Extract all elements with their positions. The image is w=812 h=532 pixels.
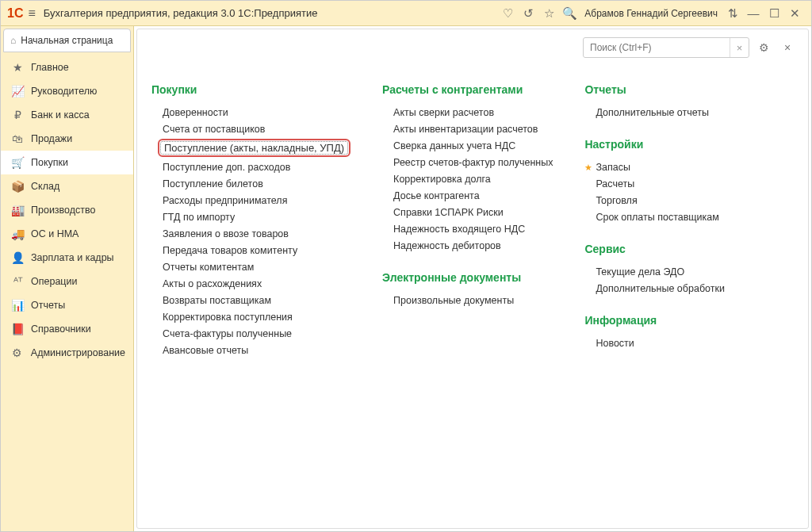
nav-label: Производство bbox=[31, 205, 96, 216]
search-clear-icon[interactable]: × bbox=[730, 38, 749, 57]
tab-home-label: Начальная страница bbox=[21, 35, 113, 46]
nav-icon: 🚚 bbox=[9, 228, 26, 240]
filter-icon[interactable]: ⇅ bbox=[722, 3, 743, 24]
main-panel: × ⚙ × Покупки ДоверенностиСчета от поста… bbox=[136, 29, 809, 529]
menu-link[interactable]: ГТД по импорту bbox=[151, 209, 350, 225]
nav-icon: 🛍 bbox=[9, 132, 26, 145]
menu-link[interactable]: Поступление билетов bbox=[151, 175, 350, 192]
menu-link[interactable]: Авансовые отчеты bbox=[151, 342, 350, 358]
sidebar-item[interactable]: ᴬᵀОперации bbox=[1, 270, 133, 293]
menu-link[interactable]: Дополнительные обработки bbox=[584, 280, 743, 297]
search-icon[interactable]: 🔍 bbox=[559, 3, 580, 24]
nav-label: Операции bbox=[31, 276, 77, 287]
menu-link[interactable]: Корректировка поступления bbox=[151, 308, 350, 325]
menu-link[interactable]: Досье контрагента bbox=[382, 187, 553, 204]
gear-icon[interactable]: ⚙ bbox=[754, 38, 773, 57]
menu-link[interactable]: Надежность дебиторов bbox=[382, 237, 553, 254]
app-title: Бухгалтерия предприятия, редакция 3.0 1С… bbox=[44, 7, 318, 19]
nav-icon: ᴬᵀ bbox=[9, 275, 26, 288]
user-name[interactable]: Абрамов Геннадий Сергеевич bbox=[580, 8, 722, 19]
section-reports: Отчеты Дополнительные отчеты bbox=[584, 83, 743, 121]
nav-label: Главное bbox=[31, 62, 69, 73]
nav-label: Покупки bbox=[31, 157, 68, 168]
nav-label: Склад bbox=[31, 181, 59, 192]
menu-link[interactable]: Новости bbox=[584, 335, 743, 351]
titlebar: 1C ≡ Бухгалтерия предприятия, редакция 3… bbox=[1, 1, 811, 26]
menu-icon[interactable]: ≡ bbox=[28, 6, 35, 21]
sidebar-item[interactable]: 🚚ОС и НМА bbox=[1, 222, 133, 246]
menu-link[interactable]: Отчеты комитентам bbox=[151, 258, 350, 275]
nav-label: Справочники bbox=[31, 323, 91, 335]
sidebar: ⌂ Начальная страница ★Главное📈Руководите… bbox=[1, 26, 134, 531]
nav-icon: 📕 bbox=[9, 323, 26, 335]
nav-label: Продажи bbox=[31, 133, 72, 144]
menu-link[interactable]: Акты о расхождениях bbox=[151, 275, 350, 292]
section-settings: Настройки ЗапасыРасчетыТорговляСрок опла… bbox=[584, 138, 743, 225]
menu-link[interactable]: Заявления о ввозе товаров bbox=[151, 225, 350, 242]
menu-link[interactable]: Возвраты поставщикам bbox=[151, 292, 350, 308]
menu-link[interactable]: Поступление доп. расходов bbox=[151, 159, 350, 175]
nav-icon: ★ bbox=[9, 61, 26, 74]
sidebar-item[interactable]: 🏭Производство bbox=[1, 198, 133, 222]
home-icon: ⌂ bbox=[10, 35, 16, 46]
menu-link[interactable]: Срок оплаты поставщикам bbox=[584, 209, 743, 225]
highlighted-link[interactable]: Поступление (акты, накладные, УПД) bbox=[158, 139, 350, 157]
nav-icon: 📊 bbox=[9, 299, 26, 312]
menu-link[interactable]: Надежность входящего НДС bbox=[382, 220, 553, 237]
nav-label: Банк и касса bbox=[31, 109, 90, 121]
section-edocs: Электронные документы Произвольные докум… bbox=[382, 271, 553, 308]
sidebar-item[interactable]: 📕Справочники bbox=[1, 317, 133, 341]
section-title: Настройки bbox=[584, 138, 743, 151]
sidebar-item[interactable]: ⚙Администрирование bbox=[1, 341, 133, 365]
close-panel-icon[interactable]: × bbox=[778, 38, 797, 57]
menu-link[interactable]: Счета-фактуры полученные bbox=[151, 325, 350, 342]
section-title: Информация bbox=[584, 314, 743, 327]
menu-link[interactable]: Произвольные документы bbox=[382, 292, 553, 308]
search-box[interactable]: × bbox=[583, 37, 749, 58]
section-service: Сервис Текущие дела ЭДОДополнительные об… bbox=[584, 243, 743, 297]
close-window-icon[interactable]: ✕ bbox=[784, 3, 805, 24]
maximize-icon[interactable]: ☐ bbox=[764, 3, 784, 24]
menu-link[interactable]: Реестр счетов-фактур полученных bbox=[382, 154, 553, 170]
menu-link[interactable]: Запасы bbox=[584, 159, 743, 175]
section-title: Отчеты bbox=[584, 83, 743, 96]
menu-link[interactable]: Передача товаров комитенту bbox=[151, 242, 350, 258]
nav-label: Зарплата и кадры bbox=[31, 252, 114, 263]
nav-icon: ₽ bbox=[9, 109, 26, 121]
menu-link[interactable]: Сверка данных учета НДС bbox=[382, 137, 553, 154]
menu-link[interactable]: Корректировка долга bbox=[382, 170, 553, 187]
menu-link[interactable]: Доверенности bbox=[151, 104, 350, 121]
menu-link[interactable]: Торговля bbox=[584, 192, 743, 209]
menu-link[interactable]: Акты сверки расчетов bbox=[382, 104, 553, 121]
history-icon[interactable]: ↺ bbox=[518, 3, 538, 24]
sidebar-item[interactable]: 📊Отчеты bbox=[1, 293, 133, 317]
menu-link[interactable]: Текущие дела ЭДО bbox=[584, 263, 743, 280]
menu-link[interactable]: Расчеты bbox=[584, 175, 743, 192]
sidebar-item[interactable]: 🛍Продажи bbox=[1, 127, 133, 151]
menu-link[interactable]: Дополнительные отчеты bbox=[584, 104, 743, 121]
tab-home[interactable]: ⌂ Начальная страница bbox=[3, 29, 131, 52]
nav-icon: 👤 bbox=[9, 251, 26, 264]
menu-link[interactable]: Расходы предпринимателя bbox=[151, 192, 350, 209]
sidebar-item[interactable]: 👤Зарплата и кадры bbox=[1, 246, 133, 270]
sidebar-item[interactable]: 📈Руководителю bbox=[1, 79, 133, 103]
bell-icon[interactable]: ♡ bbox=[497, 3, 518, 24]
nav-icon: 🏭 bbox=[9, 204, 26, 216]
sidebar-item[interactable]: ★Главное bbox=[1, 55, 133, 79]
sidebar-item[interactable]: ₽Банк и касса bbox=[1, 103, 133, 127]
menu-link[interactable]: Акты инвентаризации расчетов bbox=[382, 121, 553, 137]
nav-icon: ⚙ bbox=[9, 346, 26, 359]
menu-link[interactable]: Справки 1СПАРК Риски bbox=[382, 204, 553, 220]
logo-1c: 1C bbox=[7, 6, 23, 21]
search-input[interactable] bbox=[584, 42, 730, 53]
section-title: Покупки bbox=[151, 83, 350, 96]
nav-icon: 📦 bbox=[9, 180, 26, 193]
menu-link[interactable]: Счета от поставщиков bbox=[151, 121, 350, 137]
minimize-icon[interactable]: — bbox=[743, 3, 764, 24]
star-icon[interactable]: ☆ bbox=[538, 3, 559, 24]
nav-label: Отчеты bbox=[31, 300, 65, 311]
section-title: Электронные документы bbox=[382, 271, 553, 284]
sidebar-item[interactable]: 🛒Покупки bbox=[1, 151, 133, 174]
section-info: Информация Новости bbox=[584, 314, 743, 351]
sidebar-item[interactable]: 📦Склад bbox=[1, 174, 133, 198]
